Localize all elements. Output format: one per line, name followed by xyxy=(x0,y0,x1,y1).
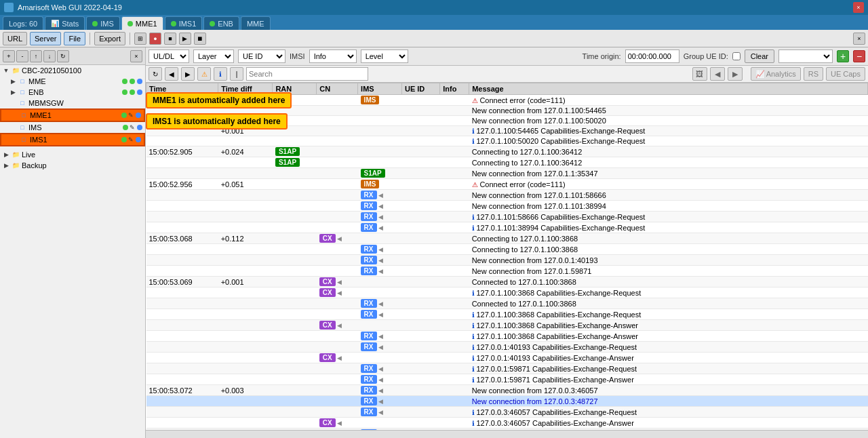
table-row[interactable]: CX ◀ℹ 127.0.0.3:46057 Capabilities-Excha… xyxy=(146,418,868,429)
export-button[interactable]: Export xyxy=(94,32,125,45)
table-row[interactable]: CX ◀ℹ 127.0.1.100:3868 Capabilities-Exch… xyxy=(146,287,868,298)
table-row[interactable]: ℹ 127.0.1.100:50020 Capabilities-Exchang… xyxy=(146,136,868,146)
tab-mme[interactable]: MME xyxy=(241,16,271,30)
table-row[interactable]: RX ◀ℹ 127.0.1.101:38994 Capabilities-Exc… xyxy=(146,222,868,233)
tab-enb-label: ENB xyxy=(218,20,233,28)
tree-label-cbc: CBC-2021050100 xyxy=(22,66,142,75)
table-row[interactable]: CX ◀ℹ 127.0.0.1:40193 Capabilities-Excha… xyxy=(146,353,868,363)
sidebar-close[interactable]: × xyxy=(130,50,142,62)
toolbar-icon-3[interactable]: ■ xyxy=(164,33,176,45)
table-row[interactable]: S1APNew connection from 127.0.1.1:35347 xyxy=(146,168,868,179)
sidebar-btn-1[interactable]: + xyxy=(3,50,15,62)
toolbar-close-icon[interactable]: × xyxy=(853,33,865,45)
table-row[interactable]: RX ◀ℹ 127.0.1.101:58666 Capabilities-Exc… xyxy=(146,212,868,222)
table-row[interactable]: RX ◀Connecting to 127.0.1.100:3868 xyxy=(146,244,868,255)
tab-ims[interactable]: IMS xyxy=(86,16,120,30)
bottom-scrollbar[interactable] xyxy=(146,430,868,438)
back-btn[interactable]: ◀ xyxy=(165,67,178,81)
table-row[interactable]: RX ◀Connected to 127.0.1.100:3868 xyxy=(146,298,868,309)
tab-ims1[interactable]: IMS1 xyxy=(165,16,203,30)
file-button[interactable]: File xyxy=(64,32,85,45)
status-green-ims1 xyxy=(121,137,127,142)
layer-select[interactable]: Layer xyxy=(193,49,234,63)
table-row[interactable]: RX ◀ℹ 127.0.1.100:3868 Capabilities-Exch… xyxy=(146,309,868,320)
tree-item-enb[interactable]: ▶ □ ENB xyxy=(0,87,145,98)
expand-icon-mme: ▶ xyxy=(9,78,16,85)
toolbar-icon-1[interactable]: ⊞ xyxy=(134,33,146,45)
table-row[interactable]: 15:00:52.956+0.051IMS⚠ Connect error (co… xyxy=(146,179,868,190)
info-select[interactable]: Info xyxy=(309,49,357,63)
tree-item-cbc[interactable]: ▼ 📁 CBC-2021050100 xyxy=(0,65,145,76)
clear-button[interactable]: Clear xyxy=(745,49,774,63)
search-input[interactable] xyxy=(246,67,368,81)
url-button[interactable]: URL xyxy=(3,32,27,45)
filter-bar-2: ↻ ◀ ▶ ⚠ ℹ | 🖼 ◀ ▶ 📈 Analytics RS UE Caps xyxy=(146,66,868,83)
table-row[interactable]: RX ◀ℹ 127.0.0.1:59871 Capabilities-Excha… xyxy=(146,374,868,385)
tree-item-mme[interactable]: ▶ □ MME xyxy=(0,76,145,87)
expand-icon-ims1 xyxy=(11,136,18,143)
toolbar-icon-2[interactable]: ● xyxy=(149,33,161,45)
tree-item-backup[interactable]: ▶ 📁 Backup xyxy=(0,160,145,171)
ueid-select[interactable]: UE ID xyxy=(238,49,285,63)
ue-caps-btn[interactable]: UE Caps xyxy=(826,67,865,81)
close-btn[interactable]: × xyxy=(853,2,864,13)
level-select[interactable]: Level xyxy=(361,49,408,63)
group-ueid-checkbox[interactable] xyxy=(732,52,741,60)
time-origin-input[interactable] xyxy=(625,49,679,63)
status-green2-enb xyxy=(130,89,135,95)
status-green-enb xyxy=(122,89,127,95)
tab-mme1-label: MME1 xyxy=(136,20,157,28)
filter-dropdown[interactable] xyxy=(778,49,833,63)
table-row[interactable]: CX ◀ℹ 127.0.1.100:3868 Capabilities-Exch… xyxy=(146,320,868,331)
table-row[interactable]: 15:00:53.068+0.112CX ◀Connecting to 127.… xyxy=(146,233,868,244)
col-message: Message xyxy=(469,83,868,95)
warning-btn[interactable]: ⚠ xyxy=(197,67,211,81)
table-row[interactable]: S1APConnecting to 127.0.1.100:36412 xyxy=(146,157,868,168)
log-table-container[interactable]: MME1 is automatically added here IMS1 is… xyxy=(146,83,868,430)
separator-btn[interactable]: | xyxy=(230,67,243,81)
tree-item-ims[interactable]: □ IMS ✎ xyxy=(0,122,145,133)
uldl-select[interactable]: UL/DL xyxy=(149,49,189,63)
rs-btn[interactable]: RS xyxy=(804,67,823,81)
table-row[interactable]: RX ◀New connection from 127.0.1.101:3899… xyxy=(146,201,868,212)
table-row[interactable]: 15:00:53.072+0.003RX ◀New connection fro… xyxy=(146,385,868,396)
table-row[interactable]: RX ◀ℹ 127.0.0.1:59871 Capabilities-Excha… xyxy=(146,363,868,374)
table-row[interactable]: RX ◀ℹ 127.0.0.1:40193 Capabilities-Excha… xyxy=(146,342,868,353)
tree-label-ims1: IMS1 xyxy=(30,136,119,144)
icon-btn-2[interactable]: ◀ xyxy=(710,67,725,81)
icon-btn-1[interactable]: 🖼 xyxy=(692,67,707,81)
icon-btn-3[interactable]: ▶ xyxy=(728,67,743,81)
server-button[interactable]: Server xyxy=(30,32,61,45)
tab-enb[interactable]: ENB xyxy=(203,16,239,30)
toolbar-icon-4[interactable]: ▶ xyxy=(179,33,191,45)
tree-item-ims1[interactable]: □ IMS1 ✎ xyxy=(0,133,145,146)
forward-btn[interactable]: ▶ xyxy=(181,67,195,81)
tree-label-mme: MME xyxy=(28,77,120,85)
table-row[interactable]: 15:00:52.905+0.024S1APConnecting to 127.… xyxy=(146,146,868,157)
table-row[interactable]: RX ◀ℹ 127.0.1.100:3868 Capabilities-Exch… xyxy=(146,331,868,342)
table-row[interactable]: RX ◀New connection from 127.0.1.59871 xyxy=(146,266,868,277)
table-row[interactable]: RX ◀New connection from 127.0.0.3:48727 xyxy=(146,396,868,407)
tree-item-mbmsgw[interactable]: □ MBMSGW xyxy=(0,98,145,108)
toolbar-icon-5[interactable]: ⏹ xyxy=(194,33,206,45)
tree-item-mme1[interactable]: □ MME1 ✎ xyxy=(0,108,145,122)
tree-item-live[interactable]: ▶ 📁 Live xyxy=(0,149,145,160)
folder-icon-cbc: 📁 xyxy=(11,66,20,75)
sidebar-btn-4[interactable]: ↓ xyxy=(43,50,56,62)
tab-mme1[interactable]: MME1 xyxy=(121,16,163,30)
refresh-btn[interactable]: ↻ xyxy=(149,67,162,81)
tab-logs[interactable]: Logs: 60 xyxy=(3,16,43,30)
table-row[interactable]: 15:00:53.069+0.001CX ◀Connected to 127.0… xyxy=(146,277,868,287)
table-row[interactable]: RX ◀ℹ 127.0.0.3:46057 Capabilities-Excha… xyxy=(146,407,868,418)
table-row[interactable]: RX ◀ℹ 127.0.0.3:48727 Capabilities-Excha… xyxy=(146,429,868,431)
info-btn[interactable]: ℹ xyxy=(214,67,227,81)
sidebar-btn-2[interactable]: - xyxy=(16,50,28,62)
table-row[interactable]: RX ◀New connection from 127.0.1.101:5866… xyxy=(146,190,868,201)
sidebar-btn-3[interactable]: ↑ xyxy=(30,50,42,62)
remove-filter-button[interactable]: − xyxy=(853,50,865,62)
sidebar-btn-5[interactable]: ↻ xyxy=(57,50,69,62)
add-filter-button[interactable]: + xyxy=(837,50,849,62)
analytics-btn[interactable]: 📈 Analytics xyxy=(751,67,801,81)
table-row[interactable]: RX ◀New connection from 127.0.0.1:40193 xyxy=(146,255,868,266)
tab-stats[interactable]: 📊 Stats xyxy=(45,16,85,30)
